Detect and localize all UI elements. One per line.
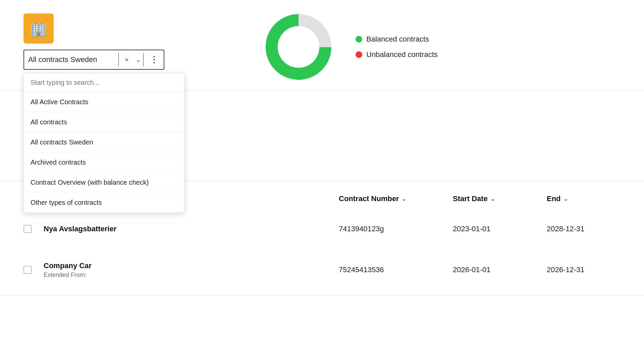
row1-start-date: 2023-01-01 bbox=[453, 225, 547, 233]
row1-checkbox[interactable] bbox=[23, 225, 32, 233]
row2-checkbox[interactable] bbox=[23, 266, 32, 274]
clear-button[interactable]: × bbox=[123, 55, 130, 65]
row2-title: Company Car bbox=[44, 261, 339, 270]
row2-start-date: 2026-01-01 bbox=[453, 265, 547, 274]
row2-check-cell[interactable] bbox=[23, 266, 44, 274]
balanced-label: Balanced contracts bbox=[366, 35, 429, 44]
end-sort-icon[interactable]: ⌄ bbox=[564, 196, 568, 202]
header-contract-number[interactable]: Contract Number ⌄ bbox=[339, 194, 453, 203]
more-options-button[interactable]: ⋮ bbox=[148, 53, 160, 66]
selector-input-box[interactable]: All contracts Sweden × ⌄ ⋮ bbox=[23, 50, 164, 70]
dropdown-menu: All Active Contracts All contracts All c… bbox=[23, 73, 184, 213]
chevron-down-button[interactable]: ⌄ bbox=[134, 54, 143, 65]
donut-chart: 10 bbox=[262, 10, 335, 84]
row1-name-cell: Nya Avslagsbatterier bbox=[44, 225, 339, 233]
balanced-dot bbox=[356, 36, 362, 43]
row1-end-date: 2028-12-31 bbox=[547, 225, 621, 233]
unbalanced-dot bbox=[356, 51, 362, 58]
building-icon: 🏢 bbox=[30, 20, 47, 37]
unbalanced-label: Unbalanced contracts bbox=[366, 50, 438, 59]
logo-area: 🏢 bbox=[23, 13, 54, 44]
selector-icon-group: × ⌄ bbox=[118, 53, 143, 66]
row1-contract-number: 7413940123g bbox=[339, 225, 453, 233]
header-start-date[interactable]: Start Date ⌄ bbox=[453, 194, 547, 203]
divider-4 bbox=[0, 295, 644, 295]
menu-item-archived[interactable]: Archived contracts bbox=[24, 153, 184, 173]
menu-item-all-active[interactable]: All Active Contracts bbox=[24, 92, 184, 112]
chart-legend: Balanced contracts Unbalanced contracts bbox=[356, 35, 438, 59]
startdate-sort-icon[interactable]: ⌄ bbox=[490, 196, 495, 202]
donut-center-number: 10 bbox=[293, 42, 304, 52]
row2-name-cell: Company Car Extended From: bbox=[44, 261, 339, 279]
search-area[interactable] bbox=[24, 73, 184, 92]
menu-item-all-contracts[interactable]: All contracts bbox=[24, 112, 184, 132]
legend-balanced: Balanced contracts bbox=[356, 35, 438, 44]
table-row: Nya Avslagsbatterier 7413940123g 2023-01… bbox=[0, 214, 644, 244]
row1-check-cell[interactable] bbox=[23, 225, 44, 233]
chart-area: 10 Balanced contracts Unbalanced contrac… bbox=[262, 10, 438, 84]
table-row: Company Car Extended From: 75245413536 2… bbox=[0, 245, 644, 295]
legend-unbalanced: Unbalanced contracts bbox=[356, 50, 438, 59]
selector-current-value: All contracts Sweden bbox=[28, 55, 116, 64]
contract-sort-icon[interactable]: ⌄ bbox=[402, 196, 406, 202]
menu-item-all-contracts-sweden[interactable]: All contracts Sweden bbox=[24, 132, 184, 153]
more-icon-wrapper: ⋮ bbox=[143, 53, 160, 66]
contract-selector[interactable]: All contracts Sweden × ⌄ ⋮ bbox=[23, 50, 164, 70]
row1-title: Nya Avslagsbatterier bbox=[44, 225, 339, 233]
menu-item-other-types[interactable]: Other types of contracts bbox=[24, 193, 184, 213]
row2-end-date: 2026-12-31 bbox=[547, 265, 621, 274]
search-input[interactable] bbox=[31, 79, 177, 86]
app-logo: 🏢 bbox=[23, 13, 54, 44]
menu-item-contract-overview[interactable]: Contract Overview (with balance check) bbox=[24, 173, 184, 193]
row2-contract-number: 75245413536 bbox=[339, 265, 453, 274]
header-end[interactable]: End ⌄ bbox=[547, 194, 621, 203]
row2-subtitle: Extended From: bbox=[44, 272, 339, 279]
